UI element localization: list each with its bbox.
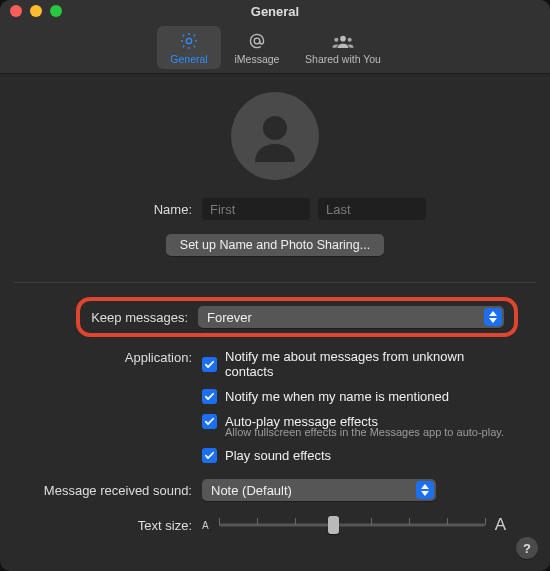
checkbox-label: Play sound effects	[225, 448, 331, 463]
svg-point-2	[340, 35, 346, 41]
separator	[14, 282, 536, 283]
help-glyph: ?	[523, 541, 531, 556]
sound-row: Message received sound: Note (Default)	[32, 479, 506, 501]
svg-point-4	[348, 37, 352, 41]
first-name-input[interactable]	[202, 198, 310, 220]
minimize-window-button[interactable]	[30, 5, 42, 17]
person-icon	[245, 106, 305, 166]
text-size-label: Text size:	[32, 518, 202, 533]
checkbox-label: Notify me about messages from unknown co…	[225, 349, 506, 379]
name-row: Name:	[0, 198, 550, 220]
name-label: Name:	[32, 202, 202, 217]
preferences-toolbar: General iMessage	[0, 22, 550, 74]
keep-messages-label: Keep messages:	[90, 310, 198, 325]
slider-tick	[257, 518, 258, 525]
svg-point-0	[186, 38, 191, 43]
slider-tick	[447, 518, 448, 525]
sound-value: Note (Default)	[211, 483, 292, 498]
checkbox-unknown-contacts[interactable]: Notify me about messages from unknown co…	[202, 349, 506, 379]
at-icon	[246, 31, 268, 51]
tab-label: Shared with You	[305, 53, 381, 65]
slider-tick	[409, 518, 410, 525]
slider-tick	[295, 518, 296, 525]
people-icon	[332, 31, 354, 51]
tab-shared-with-you[interactable]: Shared with You	[293, 26, 393, 69]
keep-messages-popup[interactable]: Forever	[198, 306, 504, 328]
text-size-row: Text size: A A	[0, 515, 550, 535]
application-row: Application: Notify me about messages fr…	[32, 349, 506, 473]
checkbox-sound-effects[interactable]: Play sound effects	[202, 448, 506, 463]
checkmark-icon	[202, 389, 217, 404]
tab-imessage[interactable]: iMessage	[225, 26, 289, 69]
preferences-window: General General iMessage	[0, 0, 550, 571]
updown-arrows-icon	[484, 308, 502, 326]
checkbox-name-mentioned[interactable]: Notify me when my name is mentioned	[202, 389, 506, 404]
profile-avatar[interactable]	[231, 92, 319, 180]
checkmark-icon	[202, 414, 217, 429]
slider-tick	[485, 518, 486, 525]
sound-label: Message received sound:	[32, 482, 202, 498]
slider-track	[219, 524, 485, 527]
slider-tick	[371, 518, 372, 525]
text-size-small-glyph: A	[202, 520, 209, 531]
application-label: Application:	[32, 349, 202, 365]
svg-point-1	[254, 38, 260, 44]
keep-messages-highlight: Keep messages: Forever	[76, 297, 518, 337]
checkbox-label: Notify me when my name is mentioned	[225, 389, 449, 404]
svg-point-3	[334, 37, 338, 41]
slider-knob[interactable]	[328, 516, 339, 534]
keep-messages-value: Forever	[207, 310, 252, 325]
sound-popup[interactable]: Note (Default)	[202, 479, 436, 501]
gear-icon	[178, 31, 200, 51]
window-controls	[0, 5, 62, 17]
text-size-slider[interactable]	[219, 515, 485, 535]
svg-point-5	[263, 116, 287, 140]
setup-name-photo-button[interactable]: Set up Name and Photo Sharing...	[166, 234, 384, 256]
last-name-input[interactable]	[318, 198, 426, 220]
updown-arrows-icon	[416, 481, 434, 499]
close-window-button[interactable]	[10, 5, 22, 17]
text-size-big-glyph: A	[495, 515, 506, 535]
content-area: Name: Set up Name and Photo Sharing... K…	[0, 74, 550, 535]
checkmark-icon	[202, 357, 217, 372]
help-button[interactable]: ?	[516, 537, 538, 559]
zoom-window-button[interactable]	[50, 5, 62, 17]
checkmark-icon	[202, 448, 217, 463]
window-title: General	[0, 4, 550, 19]
slider-tick	[219, 518, 220, 525]
tab-general[interactable]: General	[157, 26, 221, 69]
tab-label: General	[170, 53, 207, 65]
titlebar: General	[0, 0, 550, 22]
tab-label: iMessage	[235, 53, 280, 65]
autoplay-subtext: Allow fullscreen effects in the Messages…	[225, 426, 506, 438]
